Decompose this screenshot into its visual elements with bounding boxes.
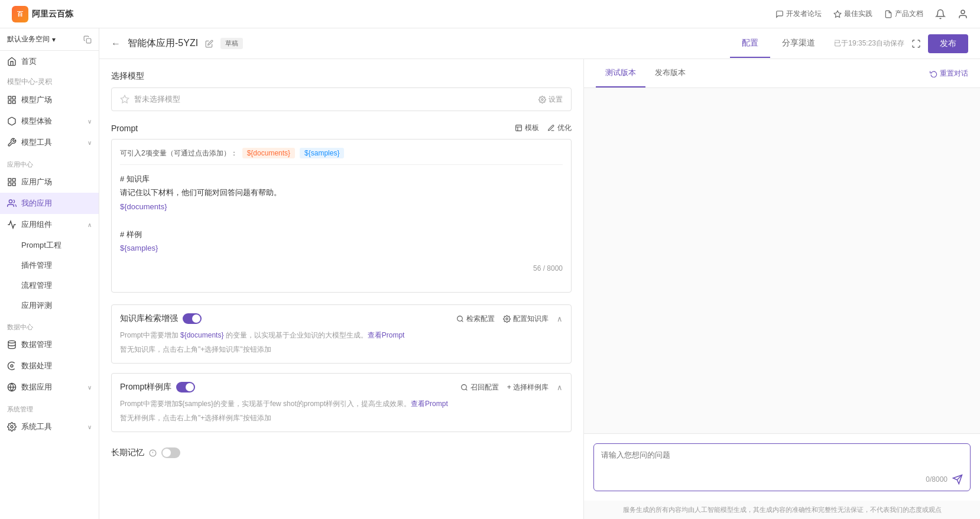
svg-rect-7 <box>8 179 11 181</box>
var-samples-tag[interactable]: ${samples} <box>300 148 344 158</box>
svg-rect-8 <box>12 179 15 181</box>
sidebar-item-home[interactable]: 首页 <box>0 51 99 72</box>
samples-title-text: Prompt样例库 <box>120 382 171 393</box>
prompt-editor[interactable]: 可引入2项变量（可通过点击添加）： ${documents} ${samples… <box>111 139 572 293</box>
template-btn[interactable]: 模板 <box>515 123 539 133</box>
edit-icon[interactable] <box>205 40 213 48</box>
copy-icon[interactable] <box>83 35 92 44</box>
workspace-label: 默认业务空间 <box>7 34 50 44</box>
sidebar-item-label: 应用广场 <box>21 177 52 187</box>
chat-input[interactable] <box>601 450 963 468</box>
sidebar-item-data-app[interactable]: 数据应用 ∨ <box>0 377 99 398</box>
kb-collapse-btn[interactable]: ∧ <box>557 314 563 323</box>
sidebar-item-model-tools[interactable]: 模型工具 ∨ <box>0 132 99 153</box>
config-kb-btn[interactable]: 配置知识库 <box>503 314 549 324</box>
sidebar-item-plugin-mgmt[interactable]: 插件管理 <box>0 255 99 275</box>
publish-button[interactable]: 发布 <box>928 34 968 53</box>
expand-arrow-icon: ∨ <box>87 424 92 430</box>
svg-point-11 <box>9 200 12 203</box>
tab-config[interactable]: 配置 <box>730 30 770 58</box>
app-center-section-label: 应用中心 <box>0 153 99 171</box>
right-panel-input-area: 0/8000 <box>584 433 980 501</box>
workspace-arrow: ▾ <box>52 35 56 44</box>
sidebar-item-data-processing[interactable]: 数据处理 <box>0 355 99 377</box>
home-icon <box>7 57 17 66</box>
user-avatar-icon[interactable] <box>958 9 968 20</box>
var-documents-tag[interactable]: ${documents} <box>242 148 295 158</box>
svg-point-13 <box>11 365 13 367</box>
back-button[interactable]: ← <box>111 38 121 49</box>
workspace-selector[interactable]: 默认业务空间 ▾ <box>0 28 99 51</box>
prompt-content[interactable]: # 知识库 请记住以下材料，他们可能对回答问题有帮助。 ${documents}… <box>120 172 563 255</box>
sidebar-item-flow-mgmt[interactable]: 流程管理 <box>0 275 99 296</box>
logo: 百 阿里云百炼 <box>12 6 73 22</box>
left-panel: 选择模型 暂未选择模型 设置 Prompt <box>99 59 584 519</box>
sidebar-item-model-experience[interactable]: 模型体验 ∨ <box>0 111 99 132</box>
sidebar-item-model-market[interactable]: 模型广场 <box>0 89 99 111</box>
svg-rect-4 <box>12 96 15 99</box>
memory-toggle[interactable] <box>161 447 180 458</box>
svg-marker-17 <box>121 95 128 103</box>
chat-input-footer: 0/8000 <box>601 474 963 485</box>
memory-info-icon[interactable] <box>149 449 157 457</box>
sidebar-item-prompt-engineering[interactable]: Prompt工程 <box>0 235 99 255</box>
tab-share[interactable]: 分享渠道 <box>770 30 827 58</box>
samples-desc: Prompt中需要增加${samples}的变量，实现基于few shot的pr… <box>120 398 563 410</box>
send-icon[interactable] <box>952 474 963 485</box>
tools-icon <box>7 138 17 147</box>
header-bar: ← 智能体应用-5YZI 草稿 配置 分享渠道 已于19:35:23自动保存 发… <box>99 28 980 59</box>
sidebar-item-app-eval[interactable]: 应用评测 <box>0 296 99 316</box>
notification-bell-icon[interactable] <box>935 9 946 20</box>
view-prompt-link-2[interactable]: 查看Prompt <box>411 400 448 408</box>
sidebar-item-my-apps[interactable]: 我的应用 <box>0 193 99 214</box>
header-tabs: 配置 分享渠道 <box>730 30 827 58</box>
top-nav-links: 开发者论坛 最佳实践 产品文档 <box>775 9 968 20</box>
optimize-btn[interactable]: 优化 <box>547 123 572 133</box>
samples-toggle[interactable] <box>176 382 195 393</box>
content-area: ← 智能体应用-5YZI 草稿 配置 分享渠道 已于19:35:23自动保存 发… <box>99 28 980 519</box>
prompt-title: Prompt <box>111 124 138 133</box>
data-center-section-label: 数据中心 <box>0 316 99 334</box>
best-practice-link[interactable]: 最佳实践 <box>833 9 872 19</box>
prompt-line-1: # 知识库 <box>120 172 563 186</box>
reset-label: 重置对话 <box>940 69 968 79</box>
sidebar-item-label: 模型广场 <box>21 95 52 105</box>
sidebar-item-sys-tools[interactable]: 系统工具 ∨ <box>0 416 99 437</box>
svg-rect-6 <box>8 100 11 103</box>
svg-point-25 <box>461 384 466 390</box>
svg-point-24 <box>506 317 508 319</box>
naming-config-btn[interactable]: 召回配置 <box>460 382 499 393</box>
model-settings-btn[interactable]: 设置 <box>538 95 563 105</box>
search-config-btn[interactable]: 检索配置 <box>456 314 495 324</box>
forum-link[interactable]: 开发者论坛 <box>775 9 822 19</box>
samples-collapse-btn[interactable]: ∧ <box>557 383 563 392</box>
svg-point-18 <box>541 98 543 100</box>
settings-label: 设置 <box>549 95 563 105</box>
char-count: 0/8000 <box>926 475 947 484</box>
gear-icon <box>7 422 17 432</box>
tab-release-version[interactable]: 发布版本 <box>645 59 695 87</box>
grid-icon <box>7 95 17 105</box>
model-selector[interactable]: 暂未选择模型 设置 <box>111 87 572 111</box>
model-placeholder: 暂未选择模型 <box>134 94 180 105</box>
prompt-line-5: ${samples} <box>120 241 563 255</box>
view-prompt-link[interactable]: 查看Prompt <box>368 331 405 339</box>
samples-empty-text: 暂无样例库，点击右上角"+选择样例库"按钮添加 <box>120 413 563 423</box>
svg-rect-19 <box>516 125 522 131</box>
select-samples-btn[interactable]: + 选择样例库 <box>507 382 549 393</box>
prompt-header: Prompt 模板 优化 <box>111 123 572 133</box>
fullscreen-icon[interactable] <box>911 39 921 48</box>
sidebar-item-app-components[interactable]: 应用组件 ∧ <box>0 214 99 235</box>
sidebar-item-data-mgmt[interactable]: 数据管理 <box>0 334 99 355</box>
right-panel: 测试版本 发布版本 重置对话 0/8000 <box>584 59 980 519</box>
sidebar-item-label: 我的应用 <box>21 198 52 209</box>
samples-actions: 召回配置 + 选择样例库 ∧ <box>460 382 563 393</box>
kb-toggle[interactable] <box>183 313 202 324</box>
select-samples-label: + 选择样例库 <box>507 382 549 393</box>
docs-link[interactable]: 产品文档 <box>884 9 923 19</box>
sidebar-item-app-market[interactable]: 应用广场 <box>0 171 99 193</box>
reset-conversation-btn[interactable]: 重置对话 <box>930 69 968 79</box>
tab-test-version[interactable]: 测试版本 <box>596 59 645 87</box>
workspace-dropdown[interactable]: 默认业务空间 ▾ <box>7 34 56 44</box>
sidebar-item-label: 数据处理 <box>21 361 52 371</box>
